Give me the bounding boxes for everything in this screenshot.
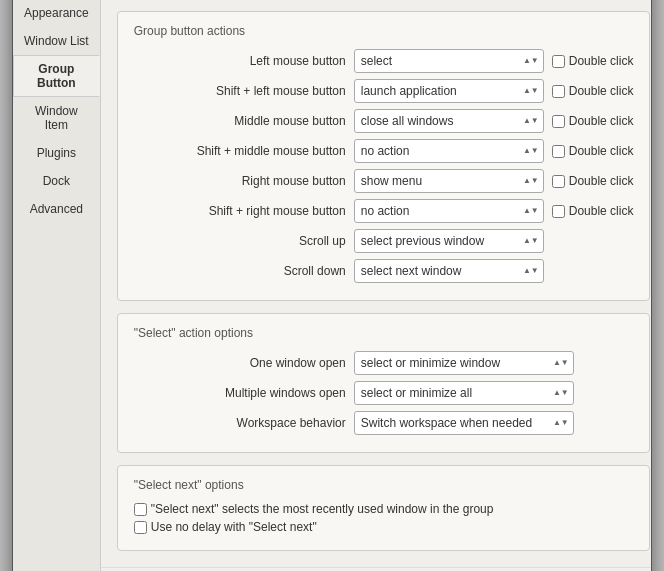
gba-select-0[interactable]: selectlaunch applicationclose all window… [354,49,544,73]
gba-label-5: Shift + right mouse button [134,204,354,218]
gba-row-3: Shift + middle mouse buttonselectlaunch … [134,138,634,164]
gba-select-3[interactable]: selectlaunch applicationclose all window… [354,139,544,163]
gba-controls-0: selectlaunch applicationclose all window… [354,49,634,73]
scroll-row-0: Scroll upselect previous windowselect ne… [134,228,634,254]
select-label-0: One window open [134,356,354,370]
double-click-checkbox-2[interactable] [552,115,565,128]
main-content: Group button actions Left mouse buttonse… [101,0,652,567]
double-click-checkbox-4[interactable] [552,175,565,188]
gba-controls-4: selectlaunch applicationclose all window… [354,169,634,193]
scroll-select-1[interactable]: select previous windowselect next window… [354,259,544,283]
gba-controls-3: selectlaunch applicationclose all window… [354,139,634,163]
scroll-label-1: Scroll down [134,264,354,278]
group-button-actions-title: Group button actions [134,24,634,38]
scroll-row-1: Scroll downselect previous windowselect … [134,258,634,284]
double-click-label-1[interactable]: Double click [552,84,634,98]
select-label-2: Workspace behavior [134,416,354,430]
select-next-checkbox-label-1[interactable]: Use no delay with "Select next" [134,520,634,534]
sidebar-item-window-item[interactable]: Window Item [13,97,100,139]
sidebar-item-advanced[interactable]: Advanced [13,195,100,223]
gba-row-5: Shift + right mouse buttonselectlaunch a… [134,198,634,224]
sidebar-item-appearance[interactable]: Appearance [13,0,100,27]
select-controls-2: Switch workspace when neededAlways switc… [354,411,634,435]
double-click-checkbox-3[interactable] [552,145,565,158]
scroll-label-0: Scroll up [134,234,354,248]
gba-row-4: Right mouse buttonselectlaunch applicati… [134,168,634,194]
select-label-1: Multiple windows open [134,386,354,400]
gba-label-0: Left mouse button [134,54,354,68]
double-click-label-4[interactable]: Double click [552,174,634,188]
scroll-select-0[interactable]: select previous windowselect next window… [354,229,544,253]
sidebar: AppearanceWindow ListGroup ButtonWindow … [13,0,101,571]
sidebar-item-dock[interactable]: Dock [13,167,100,195]
gba-label-1: Shift + left mouse button [134,84,354,98]
content-area: AppearanceWindow ListGroup ButtonWindow … [13,0,651,571]
preferences-window: ✕ DockBarX preferences AppearanceWindow … [12,0,652,571]
select-next-options-title: "Select next" options [134,478,634,492]
double-click-label-5[interactable]: Double click [552,204,634,218]
group-button-actions-section: Group button actions Left mouse buttonse… [117,11,651,301]
gba-controls-5: selectlaunch applicationclose all window… [354,199,634,223]
select-dropdown-1[interactable]: select or minimize allselect allminimize… [354,381,574,405]
gba-row-1: Shift + left mouse buttonselectlaunch ap… [134,78,634,104]
double-click-checkbox-5[interactable] [552,205,565,218]
sidebar-item-group-button[interactable]: Group Button [13,55,100,97]
double-click-label-2[interactable]: Double click [552,114,634,128]
select-next-checkbox-label-0[interactable]: "Select next" selects the most recently … [134,502,634,516]
select-row-0: One window openselect or minimize window… [134,350,634,376]
gba-label-4: Right mouse button [134,174,354,188]
select-next-checkbox-1[interactable] [134,521,147,534]
select-action-options-title: "Select" action options [134,326,634,340]
select-dropdown-0[interactable]: select or minimize windowselect windowmi… [354,351,574,375]
select-action-options-section: "Select" action options One window opens… [117,313,651,453]
scroll-controls-1: select previous windowselect next window… [354,259,634,283]
gba-select-4[interactable]: selectlaunch applicationclose all window… [354,169,544,193]
select-controls-0: select or minimize windowselect windowmi… [354,351,634,375]
double-click-checkbox-0[interactable] [552,55,565,68]
double-click-label-0[interactable]: Double click [552,54,634,68]
double-click-checkbox-1[interactable] [552,85,565,98]
scroll-controls-0: select previous windowselect next window… [354,229,634,253]
bottom-bar: Close [101,567,652,571]
select-next-checkbox-0[interactable] [134,503,147,516]
gba-select-2[interactable]: selectlaunch applicationclose all window… [354,109,544,133]
select-next-options-section: "Select next" options "Select next" sele… [117,465,651,551]
sidebar-item-window-list[interactable]: Window List [13,27,100,55]
select-row-1: Multiple windows openselect or minimize … [134,380,634,406]
gba-controls-2: selectlaunch applicationclose all window… [354,109,634,133]
gba-label-2: Middle mouse button [134,114,354,128]
gba-controls-1: selectlaunch applicationclose all window… [354,79,634,103]
gba-select-1[interactable]: selectlaunch applicationclose all window… [354,79,544,103]
double-click-label-3[interactable]: Double click [552,144,634,158]
select-dropdown-2[interactable]: Switch workspace when neededAlways switc… [354,411,574,435]
gba-select-5[interactable]: selectlaunch applicationclose all window… [354,199,544,223]
gba-row-2: Middle mouse buttonselectlaunch applicat… [134,108,634,134]
select-row-2: Workspace behaviorSwitch workspace when … [134,410,634,436]
select-controls-1: select or minimize allselect allminimize… [354,381,634,405]
gba-row-0: Left mouse buttonselectlaunch applicatio… [134,48,634,74]
sidebar-item-plugins[interactable]: Plugins [13,139,100,167]
gba-label-3: Shift + middle mouse button [134,144,354,158]
